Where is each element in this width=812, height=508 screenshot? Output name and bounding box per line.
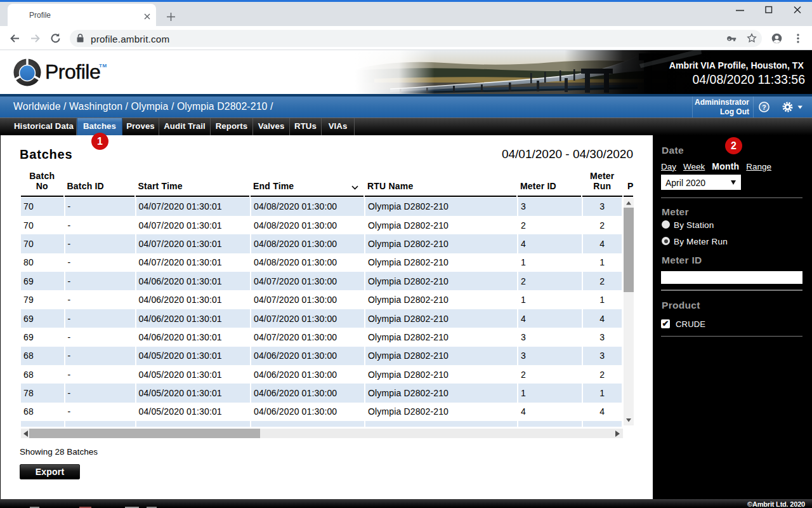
svg-text:?: ? xyxy=(762,104,766,111)
